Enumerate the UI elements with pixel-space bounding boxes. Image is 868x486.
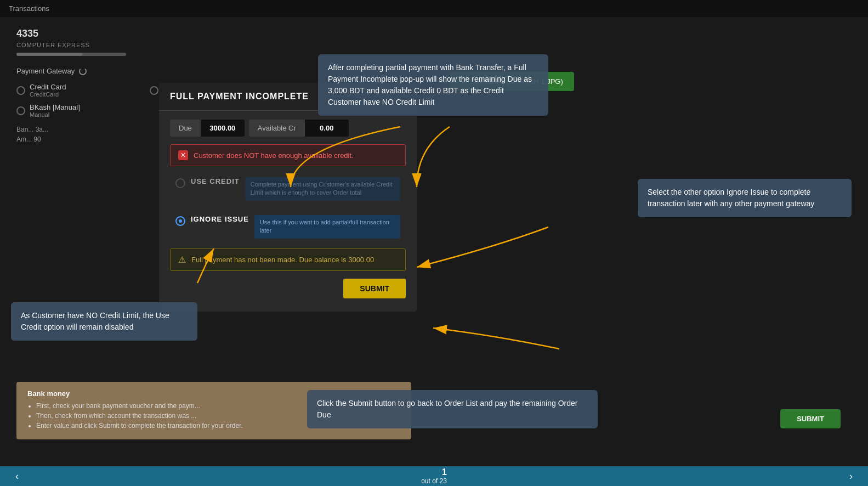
prev-arrow[interactable]: ‹ <box>11 468 23 484</box>
radio-ignore-issue[interactable] <box>175 216 185 226</box>
next-arrow[interactable]: › <box>845 468 857 484</box>
radio-cash[interactable] <box>150 86 158 95</box>
company-name: COMPUTER EXPRESS <box>16 42 411 48</box>
use-credit-desc: Complete payment using Customer's availa… <box>245 177 400 201</box>
bkash-label: BKash [Manual] <box>30 103 80 111</box>
available-cr-stat: Available Cr 0.00 <box>249 120 349 137</box>
credit-card-label: Credit Card <box>30 83 66 91</box>
payment-option-credit-card[interactable]: Credit Card CreditCard <box>16 83 144 98</box>
payment-option-bkash[interactable]: BKash [Manual] Manual <box>16 103 144 118</box>
progress-bar <box>16 53 126 56</box>
modal-body: Due 3000.00 Available Cr 0.00 ✕ Customer… <box>159 111 417 312</box>
available-cr-value: 0.00 <box>305 120 349 137</box>
use-credit-label: USE CREDIT <box>191 177 240 185</box>
radio-credit-card[interactable] <box>16 86 25 95</box>
callout-right: Select the other option Ignore Issue to … <box>638 179 852 217</box>
progress-bar-fill <box>16 53 82 56</box>
available-cr-label: Available Cr <box>249 120 305 137</box>
ignore-issue-option[interactable]: IGNORE ISSUE Use this if you want to add… <box>170 211 406 243</box>
top-bar: Transactions <box>0 0 868 17</box>
warning-box: ⚠ Full payment has not been made. Due ba… <box>170 248 406 271</box>
bottom-nav: ‹ 1 out of 23 › <box>0 466 868 486</box>
use-credit-option[interactable]: USE CREDIT Complete payment using Custom… <box>170 173 406 205</box>
error-icon: ✕ <box>178 150 188 160</box>
radio-bkash[interactable] <box>16 106 25 115</box>
warning-message: Full payment has not been made. Due bala… <box>191 256 374 264</box>
callout-bottom-right: Click the Submit button to go back to Or… <box>307 390 598 428</box>
order-number: 4335 <box>16 28 411 39</box>
modal-submit-button[interactable]: SUBMIT <box>343 279 406 298</box>
due-label: Due <box>170 120 201 137</box>
callout-bottom-left: As Customer have NO Credit Limit, the Us… <box>11 302 197 341</box>
page-total: out of 23 <box>421 477 447 485</box>
error-message: Customer does NOT have enough available … <box>194 151 354 160</box>
due-value: 3000.00 <box>201 120 245 137</box>
error-box: ✕ Customer does NOT have enough availabl… <box>170 144 406 166</box>
refresh-icon[interactable] <box>79 67 87 75</box>
ignore-issue-desc: Use this if you want to add partial/full… <box>254 215 400 239</box>
modal: FULL PAYMENT INCOMPLETE Due 3000.00 Avai… <box>159 83 417 312</box>
credit-card-sub: CreditCard <box>30 91 66 98</box>
warning-icon: ⚠ <box>178 255 186 265</box>
page-info: 1 out of 23 <box>421 467 447 485</box>
bkash-sub: Manual <box>30 111 80 118</box>
radio-use-credit[interactable] <box>175 178 185 188</box>
due-stat: Due 3000.00 <box>170 120 245 137</box>
current-page: 1 <box>421 467 447 477</box>
callout-top: After completing partial payment with Ba… <box>318 54 548 116</box>
main-area: 4335 COMPUTER EXPRESS Payment Gateway Cr… <box>0 17 868 461</box>
submit-button-right[interactable]: SUBMIT <box>780 409 841 428</box>
modal-stats-row: Due 3000.00 Available Cr 0.00 <box>170 120 406 137</box>
ignore-issue-label: IGNORE ISSUE <box>191 215 249 223</box>
page-title: Transactions <box>9 4 49 13</box>
